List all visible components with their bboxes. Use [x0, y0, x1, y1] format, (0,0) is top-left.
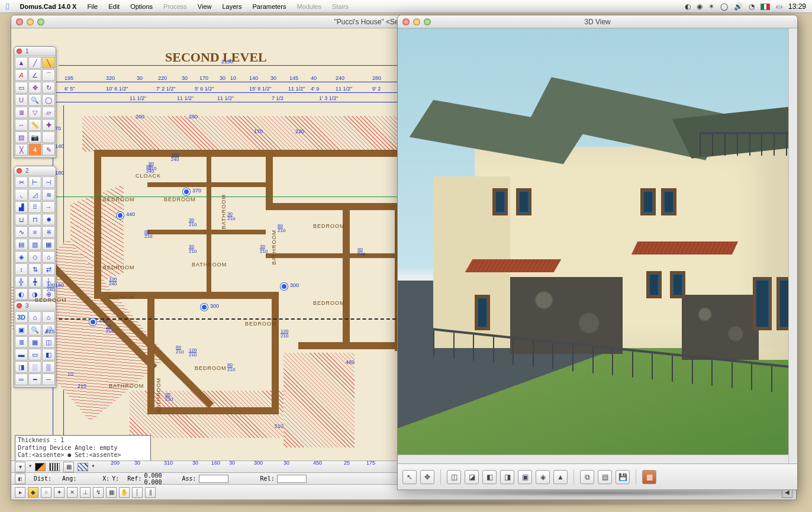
edit-mirror[interactable]: ▟: [15, 201, 28, 213]
view3d-tool-layer[interactable]: ▤: [598, 470, 612, 484]
edit-extend[interactable]: ⊣: [42, 176, 55, 188]
attr-dropdown[interactable]: ▾: [15, 462, 25, 472]
view-h[interactable]: ━: [28, 373, 41, 385]
menubar-input-flag-icon[interactable]: [761, 4, 770, 10]
line-style-swatch[interactable]: [49, 463, 60, 471]
edit-d[interactable]: ▤: [15, 239, 28, 250]
edit-f[interactable]: ▦: [42, 239, 55, 250]
view-houseb[interactable]: ⌂: [42, 311, 55, 323]
menubar-clock-icon[interactable]: ◔: [749, 2, 755, 11]
menu-parameters[interactable]: Parameters: [253, 3, 286, 10]
tool-zoom[interactable]: 🔍: [28, 94, 41, 106]
node-marker[interactable]: [117, 212, 124, 219]
tool-magnet[interactable]: U: [15, 94, 28, 106]
view-b[interactable]: ▭: [28, 349, 41, 360]
edit-offset[interactable]: ≋: [42, 189, 55, 201]
view-c[interactable]: ◧: [42, 349, 55, 360]
menu-options[interactable]: Options: [130, 3, 153, 10]
tool-dim[interactable]: ↔: [15, 119, 28, 131]
menubar-extra-icon[interactable]: ◐: [685, 2, 691, 11]
view-ortho[interactable]: ◫: [42, 336, 55, 348]
menubar-display-icon[interactable]: ▭: [776, 2, 782, 11]
tool-blank[interactable]: [42, 131, 55, 143]
view-g[interactable]: ═: [15, 373, 28, 385]
edit-p[interactable]: ◐: [15, 288, 28, 300]
edit-l[interactable]: ⇄: [42, 263, 55, 275]
tool-move[interactable]: ✥: [28, 82, 41, 94]
tool-layer-4[interactable]: 4: [28, 144, 41, 156]
tool-palette-1[interactable]: 1 ▲ ╱ ╲ A ∠ ⌒ ▭ ✥ ↻ U 🔍 ◯ ≣ ▽ ▱ ↔ 📏 ✚ ▨: [14, 46, 56, 158]
hatch-swatch[interactable]: [78, 463, 88, 471]
edit-cut[interactable]: ✂: [15, 176, 28, 188]
tool-line-active[interactable]: ╲: [42, 57, 55, 69]
snap-scroll-left[interactable]: ▸: [15, 487, 25, 498]
edit-join[interactable]: ⊔: [15, 214, 28, 226]
tool-hatch[interactable]: ▨: [15, 131, 28, 143]
edit-break[interactable]: ⊓: [28, 214, 41, 226]
palette2-close[interactable]: [17, 168, 22, 173]
apple-menu-icon[interactable]: : [6, 1, 9, 11]
attr-grid-icon[interactable]: ▦: [63, 462, 74, 472]
view3d-tool-right[interactable]: ◨: [500, 470, 514, 484]
tool-polyline[interactable]: ∠: [28, 69, 41, 81]
menubar-sync-icon[interactable]: ✶: [708, 2, 714, 11]
edit-chamfer[interactable]: ◿: [28, 189, 41, 201]
palette3-close[interactable]: [17, 303, 22, 308]
view3d-scrollbar-v[interactable]: [788, 28, 797, 463]
snap-line[interactable]: │: [132, 487, 143, 498]
tool-pointer[interactable]: ▲: [15, 57, 28, 69]
window-minimize-button[interactable]: [27, 18, 34, 25]
view-a[interactable]: ▬: [15, 349, 28, 360]
ass-field[interactable]: [199, 475, 228, 483]
edit-m[interactable]: ╬: [15, 276, 28, 288]
edit-trim[interactable]: ⊢: [28, 176, 41, 188]
edit-j[interactable]: ↕: [15, 263, 28, 275]
coord-mode-icon[interactable]: ◧: [15, 474, 25, 484]
tool-palette-3[interactable]: 3 3D⌂⌂ ▣🔍🔎 ≣▦◫ ▬▭◧ ◨░▒ ═━─: [14, 301, 56, 388]
menubar-globe-icon[interactable]: ◉: [697, 2, 703, 11]
menubar-cloud-icon[interactable]: ◯: [720, 2, 728, 11]
view3d-tool-iso[interactable]: ◈: [536, 470, 550, 484]
menubar-volume-icon[interactable]: 🔊: [734, 2, 743, 11]
snap-intersect[interactable]: ✕: [67, 487, 78, 498]
view3d-titlebar[interactable]: 3D View: [398, 15, 797, 28]
tool-circle[interactable]: ◯: [42, 94, 55, 106]
node-marker[interactable]: [183, 188, 190, 195]
node-marker[interactable]: [201, 304, 208, 311]
tool-slab[interactable]: ▱: [42, 107, 55, 118]
edit-array[interactable]: ⠿: [28, 201, 41, 213]
snap-midpoint[interactable]: ○: [41, 487, 51, 498]
snap-perp[interactable]: ⊥: [80, 487, 91, 498]
view-zoomall[interactable]: ▣: [15, 324, 28, 336]
view-zoomin[interactable]: 🔍: [28, 324, 41, 336]
snap-center[interactable]: ✦: [54, 487, 65, 498]
edit-a[interactable]: ∿: [15, 226, 28, 238]
tool-arc[interactable]: ⌒: [42, 69, 55, 81]
view3d-close-button[interactable]: [402, 18, 410, 25]
edit-b[interactable]: ≡: [28, 226, 41, 238]
view3d-canvas[interactable]: [398, 28, 797, 463]
view3d-tool-front[interactable]: ◫: [447, 470, 461, 484]
view3d-tool-top[interactable]: ▣: [518, 470, 532, 484]
tool-wall[interactable]: ╱: [28, 57, 41, 69]
view3d-tool-back[interactable]: ◪: [465, 470, 479, 484]
edit-explode[interactable]: ✸: [42, 214, 55, 226]
edit-c[interactable]: ※: [42, 226, 55, 238]
menu-layers[interactable]: Layers: [223, 3, 242, 10]
snap-pan[interactable]: ✋: [119, 487, 130, 498]
edit-fillet[interactable]: ◟: [15, 189, 28, 201]
tool-text[interactable]: A: [15, 69, 28, 81]
snap-parallel[interactable]: ∥: [145, 487, 156, 498]
tool-rotate[interactable]: ↻: [42, 82, 55, 94]
view3d-tool-material[interactable]: ▦: [642, 470, 656, 484]
menu-edit[interactable]: Edit: [108, 3, 120, 10]
node-marker[interactable]: [89, 318, 96, 326]
view3d-minimize-button[interactable]: [413, 18, 420, 25]
view3d-zoom-button[interactable]: [424, 18, 431, 25]
view3d-scrollbar-h[interactable]: [398, 455, 788, 463]
view-d[interactable]: ◨: [15, 361, 28, 373]
view-house[interactable]: ⌂: [28, 311, 41, 323]
view-f[interactable]: ▒: [42, 361, 55, 373]
palette1-close[interactable]: [17, 49, 22, 54]
edit-k[interactable]: ⇅: [28, 263, 41, 275]
